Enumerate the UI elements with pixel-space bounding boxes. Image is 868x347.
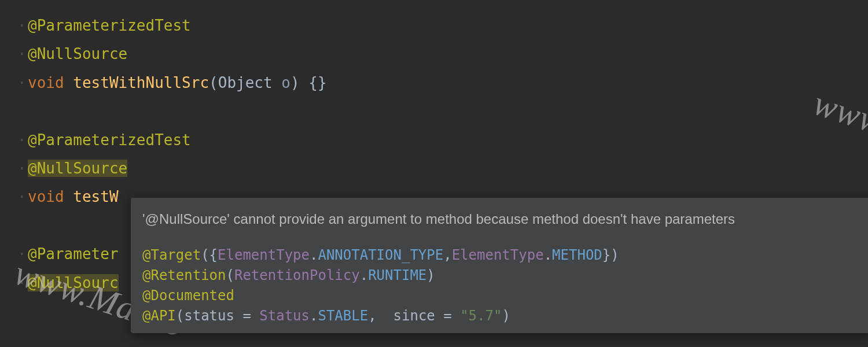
annotation: @ParameterizedTest: [28, 131, 191, 149]
tooltip-documentation: @Target({ElementType.ANNOTATION_TYPE,Ele…: [142, 245, 860, 326]
braces: {}: [308, 74, 326, 91]
anno-target: @Target: [142, 247, 201, 263]
indent-guide: ·: [17, 240, 28, 268]
anno-retention: @Retention: [142, 267, 226, 283]
code-line-empty[interactable]: [0, 97, 868, 125]
code-line[interactable]: ·void testWithNullSrc(Object o) {}: [0, 69, 868, 97]
indent-guide: ·: [17, 40, 28, 68]
param-name: o: [281, 74, 290, 91]
indent-guide: ·: [17, 126, 28, 154]
indent-guide: ·: [17, 154, 28, 183]
anno-documented: @Documented: [142, 287, 234, 304]
param-type: Object: [218, 74, 273, 91]
indent-guide: ·: [17, 69, 28, 97]
indent-guide: ·: [17, 183, 28, 211]
annotation-warning[interactable]: @NullSource: [28, 160, 127, 177]
paren: ): [290, 74, 300, 91]
code-line[interactable]: ·@ParameterizedTest: [0, 126, 868, 154]
code-line[interactable]: ·@NullSource: [0, 40, 868, 68]
paren: (: [209, 74, 218, 91]
method-name-partial: testW: [73, 188, 118, 205]
indent-guide: ·: [17, 12, 28, 40]
keyword-void: void: [28, 74, 64, 91]
indent-guide: ·: [17, 269, 28, 297]
anno-api: @API: [142, 308, 176, 324]
method-name: testWithNullSrc: [73, 74, 209, 91]
annotation: @ParameterizedTest: [28, 17, 191, 34]
annotation-partial: @Parameter: [28, 245, 119, 263]
tooltip-message: '@NullSource' cannot provide an argument…: [142, 208, 860, 230]
annotation: @NullSource: [28, 45, 127, 62]
code-line[interactable]: ·@NullSource: [0, 154, 868, 183]
annotation-warning-partial[interactable]: @NullSourc: [28, 274, 119, 291]
inspection-tooltip[interactable]: '@NullSource' cannot provide an argument…: [131, 198, 868, 333]
keyword-void: void: [28, 188, 64, 205]
code-line[interactable]: ·@ParameterizedTest: [0, 12, 868, 40]
